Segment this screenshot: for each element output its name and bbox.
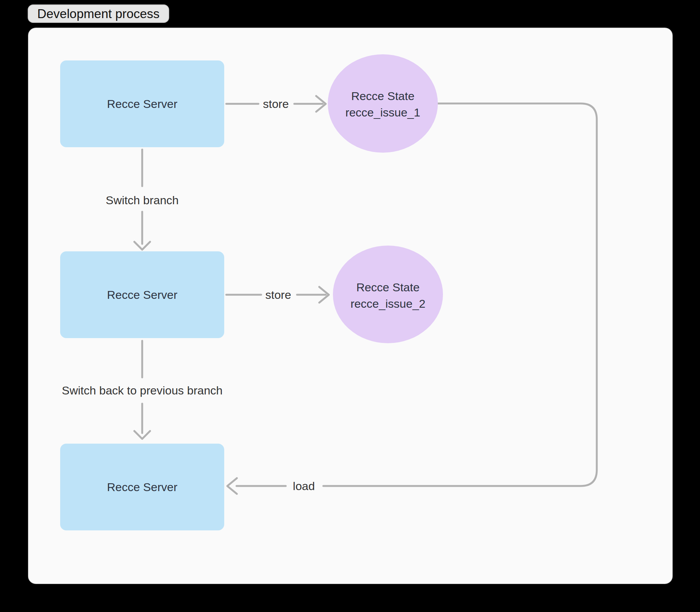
node-label: Recce State xyxy=(356,281,419,294)
node-label: Recce Server xyxy=(107,97,177,110)
node-recce-state-1: Recce State recce_issue_1 xyxy=(328,54,438,153)
edge-label-load: load xyxy=(293,479,315,492)
edge-label-switch-branch: Switch branch xyxy=(106,194,179,207)
node-label: recce_issue_2 xyxy=(350,297,425,310)
node-label: Recce Server xyxy=(107,481,177,493)
node-recce-state-2: Recce State recce_issue_2 xyxy=(333,246,443,343)
node-recce-server-1: Recce Server xyxy=(60,60,224,147)
edge-label-store-1: store xyxy=(263,97,289,110)
node-recce-server-3: Recce Server xyxy=(60,444,224,530)
node-label: Recce State xyxy=(351,89,414,102)
diagram-canvas: store store Switch branch Switch back to… xyxy=(0,0,700,612)
node-recce-server-2: Recce Server xyxy=(60,251,224,338)
edge-label-switch-back: Switch back to previous branch xyxy=(62,384,223,397)
edge-label-store-2: store xyxy=(265,288,291,301)
node-label: recce_issue_1 xyxy=(345,106,420,119)
node-label: Recce Server xyxy=(107,288,177,301)
